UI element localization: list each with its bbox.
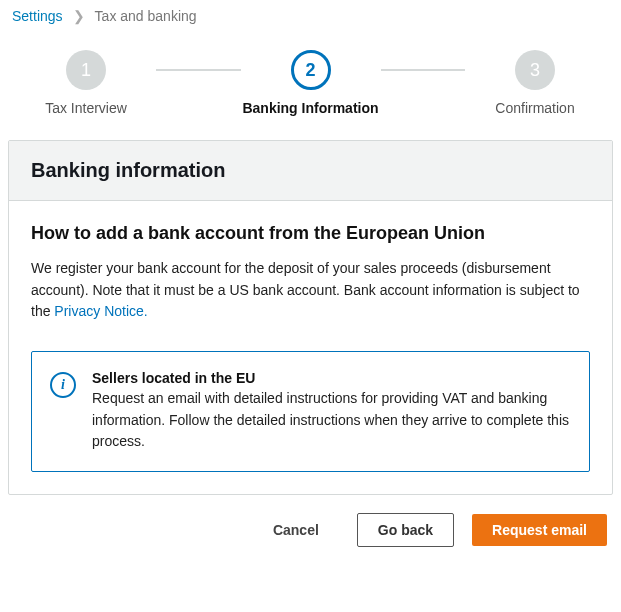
request-email-button[interactable]: Request email	[472, 514, 607, 546]
step-3-circle: 3	[515, 50, 555, 90]
step-confirmation: 3 Confirmation	[465, 50, 605, 116]
info-box: i Sellers located in the EU Request an e…	[31, 351, 590, 472]
cancel-button[interactable]: Cancel	[253, 514, 339, 546]
privacy-notice-link[interactable]: Privacy Notice.	[54, 303, 147, 319]
section-body: We register your bank account for the de…	[31, 258, 590, 323]
breadcrumb-current: Tax and banking	[95, 8, 197, 24]
go-back-button[interactable]: Go back	[357, 513, 454, 547]
chevron-right-icon: ❯	[73, 8, 85, 24]
breadcrumb: Settings ❯ Tax and banking	[8, 8, 613, 42]
step-tax-interview: 1 Tax Interview	[16, 50, 156, 116]
section-title: How to add a bank account from the Europ…	[31, 223, 590, 244]
info-text: Sellers located in the EU Request an ema…	[92, 370, 569, 453]
step-2-circle: 2	[291, 50, 331, 90]
card-title: Banking information	[31, 159, 590, 182]
actions-row: Cancel Go back Request email	[8, 495, 613, 553]
step-1-label: Tax Interview	[45, 100, 127, 116]
step-banking-information: 2 Banking Information	[241, 50, 381, 116]
banking-info-card: Banking information How to add a bank ac…	[8, 140, 613, 495]
card-body: How to add a bank account from the Europ…	[9, 201, 612, 494]
step-3-label: Confirmation	[495, 100, 574, 116]
step-connector	[381, 69, 466, 71]
stepper: 1 Tax Interview 2 Banking Information 3 …	[8, 42, 613, 140]
breadcrumb-root-link[interactable]: Settings	[12, 8, 63, 24]
info-body: Request an email with detailed instructi…	[92, 388, 569, 453]
step-1-circle: 1	[66, 50, 106, 90]
card-header: Banking information	[9, 141, 612, 201]
step-connector	[156, 69, 241, 71]
info-icon: i	[50, 372, 76, 398]
info-title: Sellers located in the EU	[92, 370, 569, 386]
step-2-label: Banking Information	[242, 100, 378, 116]
